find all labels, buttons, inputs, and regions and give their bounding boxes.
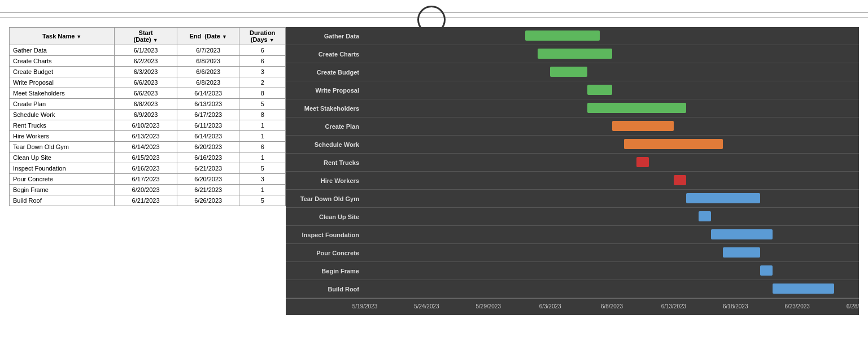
task-name: Clean Up Site (10, 152, 115, 163)
filter-icon-start[interactable]: ▼ (153, 37, 158, 43)
gantt-bar (686, 193, 760, 203)
gantt-row: Inspect Foundation (286, 226, 859, 244)
gantt-row: Hire Workers (286, 172, 859, 190)
table-row: Build Roof 6/21/2023 6/26/2023 5 (10, 195, 286, 206)
task-end: 6/8/2023 (177, 77, 239, 88)
task-dur: 5 (239, 99, 286, 110)
gantt-bar (587, 103, 686, 113)
task-dur: 6 (239, 56, 286, 67)
gantt-bar-area-9 (365, 190, 859, 207)
task-name: Begin Frame (10, 185, 115, 195)
gantt-bar-area-6 (365, 136, 859, 153)
gantt-bar-area-8 (365, 172, 859, 189)
table-row: Tear Down Old Gym 6/14/2023 6/20/2023 6 (10, 142, 286, 152)
date-axis: 5/19/20235/24/20235/29/20236/3/20236/8/2… (286, 298, 859, 315)
gantt-bar (550, 67, 587, 77)
date-tick: 6/28/2023 (847, 303, 859, 309)
task-dur: 1 (239, 185, 286, 195)
table-row: Clean Up Site 6/15/2023 6/16/2023 1 (10, 152, 286, 163)
task-start: 6/6/2023 (115, 88, 177, 99)
table-row: Create Plan 6/8/2023 6/13/2023 5 (10, 99, 286, 110)
table-row: Inspect Foundation 6/16/2023 6/21/2023 5 (10, 163, 286, 174)
task-end: 6/14/2023 (177, 131, 239, 142)
filter-icon-task[interactable]: ▼ (76, 34, 81, 40)
task-dur: 8 (239, 88, 286, 99)
date-tick: 5/29/2023 (476, 303, 501, 309)
gantt-row: Create Charts (286, 45, 859, 63)
task-end: 6/21/2023 (177, 163, 239, 174)
task-end: 6/14/2023 (177, 88, 239, 99)
task-start: 6/15/2023 (115, 152, 177, 163)
task-dur: 1 (239, 131, 286, 142)
task-start: 6/20/2023 (115, 185, 177, 195)
task-dur: 5 (239, 195, 286, 206)
gantt-bar-area-1 (365, 45, 859, 63)
task-dur: 6 (239, 142, 286, 152)
task-start: 6/9/2023 (115, 110, 177, 120)
task-name: Schedule Work (10, 110, 115, 120)
table-row: Schedule Work 6/9/2023 6/17/2023 8 (10, 110, 286, 120)
gantt-label: Build Roof (286, 286, 365, 293)
gantt-bar (636, 157, 649, 167)
gantt-chart: Gather Data Create Charts Create Budget … (286, 27, 859, 315)
task-dur: 3 (239, 174, 286, 185)
gantt-row: Clean Up Site (286, 208, 859, 226)
task-start: 6/6/2023 (115, 77, 177, 88)
table-row: Write Proposal 6/6/2023 6/8/2023 2 (10, 77, 286, 88)
gantt-bar (773, 284, 834, 294)
task-name: Pour Concrete (10, 174, 115, 185)
gantt-bar (699, 211, 711, 221)
task-name: Inspect Foundation (10, 163, 115, 174)
task-end: 6/21/2023 (177, 185, 239, 195)
table-row: Meet Stakeholders 6/6/2023 6/14/2023 8 (10, 88, 286, 99)
gantt-bar (723, 247, 760, 258)
gantt-bar (538, 49, 612, 59)
gantt-label: Tear Down Old Gym (286, 195, 365, 202)
gantt-bar (624, 139, 723, 149)
gantt-bar-area-7 (365, 154, 859, 171)
gantt-bar-area-12 (365, 244, 859, 261)
col-header-start: Start(Date) ▼ (115, 28, 177, 45)
gantt-label: Create Plan (286, 123, 365, 130)
table-row: Rent Trucks 6/10/2023 6/11/2023 1 (10, 120, 286, 131)
gantt-bar-area-14 (365, 280, 859, 298)
gantt-row: Meet Stakeholders (286, 99, 859, 117)
gantt-bar (587, 85, 612, 95)
gantt-bar-area-0 (365, 27, 859, 45)
task-dur: 3 (239, 67, 286, 77)
gantt-row: Build Roof (286, 280, 859, 298)
gantt-label: Create Charts (286, 51, 365, 58)
task-name: Rent Trucks (10, 120, 115, 131)
date-tick: 5/19/2023 (352, 303, 378, 309)
date-tick: 6/23/2023 (784, 303, 810, 309)
table-row: Pour Concrete 6/17/2023 6/20/2023 3 (10, 174, 286, 185)
task-dur: 6 (239, 45, 286, 56)
col-header-dur: Duration(Days ▼ (239, 28, 286, 45)
table-row: Gather Data 6/1/2023 6/7/2023 6 (10, 45, 286, 56)
table-row: Begin Frame 6/20/2023 6/21/2023 1 (10, 185, 286, 195)
filter-icon-dur[interactable]: ▼ (269, 37, 274, 43)
date-tick: 6/3/2023 (539, 303, 561, 309)
task-dur: 5 (239, 163, 286, 174)
gantt-bar-area-11 (365, 226, 859, 243)
gantt-row: Rent Trucks (286, 154, 859, 172)
task-end: 6/11/2023 (177, 120, 239, 131)
date-tick: 5/24/2023 (414, 303, 439, 309)
gantt-bar-area-5 (365, 117, 859, 135)
date-tick: 6/8/2023 (601, 303, 623, 309)
task-start: 6/1/2023 (115, 45, 177, 56)
gantt-row: Schedule Work (286, 136, 859, 154)
gantt-row: Create Budget (286, 63, 859, 81)
gantt-row: Begin Frame (286, 262, 859, 280)
filter-icon-end[interactable]: ▼ (222, 34, 227, 40)
gantt-bar-area-4 (365, 99, 859, 117)
task-start: 6/13/2023 (115, 131, 177, 142)
task-name: Gather Data (10, 45, 115, 56)
task-end: 6/16/2023 (177, 152, 239, 163)
task-dur: 8 (239, 110, 286, 120)
gantt-label: Schedule Work (286, 141, 365, 148)
gantt-bar (674, 175, 686, 185)
gantt-label: Gather Data (286, 33, 365, 40)
task-end: 6/7/2023 (177, 45, 239, 56)
task-start: 6/10/2023 (115, 120, 177, 131)
